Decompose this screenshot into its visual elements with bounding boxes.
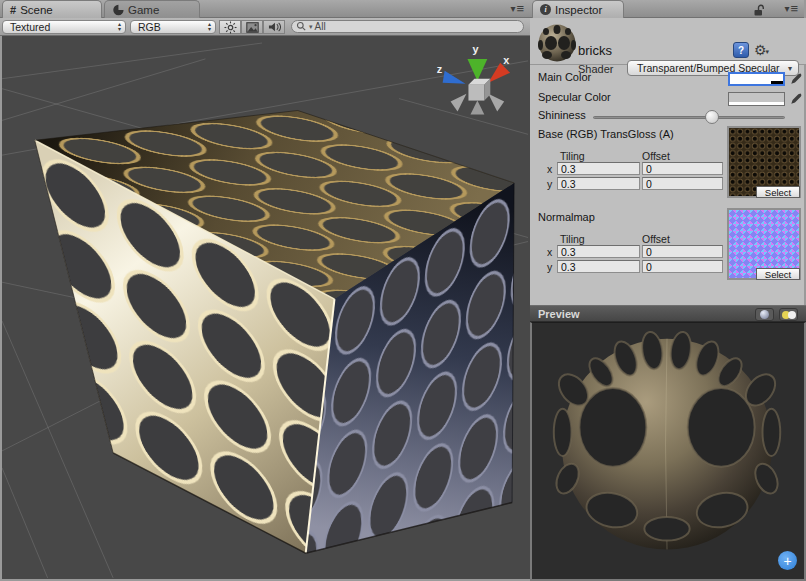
main-color-label: Main Color bbox=[538, 71, 591, 83]
base-offset-y-field[interactable] bbox=[642, 177, 723, 190]
normal-tiling-x-field[interactable] bbox=[557, 245, 640, 258]
light-dot-icon bbox=[788, 311, 796, 319]
scene-toolbar: Textured ▴▾ RGB ▴▾ bbox=[0, 18, 530, 36]
tab-scene[interactable]: # Scene bbox=[2, 0, 102, 18]
game-icon bbox=[112, 4, 124, 16]
gizmo-cube-front[interactable] bbox=[468, 85, 484, 101]
base-offset-header: Offset bbox=[642, 150, 670, 162]
audio-toggle-button[interactable] bbox=[263, 20, 285, 34]
orientation-gizmo[interactable]: y x z bbox=[437, 43, 510, 115]
preview-header[interactable]: Preview bbox=[530, 305, 806, 322]
scene-cube-object[interactable] bbox=[35, 110, 514, 553]
material-name: bricks bbox=[578, 43, 612, 58]
gizmo-y-label: y bbox=[472, 43, 478, 55]
base-tiling-y-field[interactable] bbox=[557, 177, 640, 190]
image-icon bbox=[246, 22, 259, 33]
gizmo-axis-gray-down[interactable] bbox=[470, 101, 484, 115]
preview-sphere-button[interactable] bbox=[755, 308, 774, 321]
base-tiling-x-field[interactable] bbox=[557, 162, 640, 175]
tab-game[interactable]: Game bbox=[104, 0, 200, 18]
help-button[interactable]: ? bbox=[733, 42, 749, 58]
material-preview-thumbnail bbox=[534, 20, 576, 64]
base-y-label: y bbox=[547, 178, 552, 190]
inspector-tabbar: i Inspector ▾≡ bbox=[530, 0, 804, 18]
grid-icon: # bbox=[10, 4, 16, 16]
draw-mode-value: Textured bbox=[10, 21, 50, 33]
gizmo-axis-y[interactable] bbox=[467, 59, 487, 81]
material-preview-area[interactable]: + bbox=[530, 322, 806, 581]
scene-3d-view: y x z bbox=[2, 36, 528, 579]
specular-color-swatch[interactable] bbox=[728, 92, 785, 106]
skybox-toggle-button[interactable] bbox=[241, 20, 263, 34]
gizmo-x-label: x bbox=[503, 54, 509, 66]
base-tiling-header: Tiling bbox=[560, 150, 585, 162]
sphere-icon bbox=[760, 310, 769, 319]
shininess-slider-thumb[interactable] bbox=[705, 110, 719, 124]
color-mode-dropdown[interactable]: RGB ▴▾ bbox=[130, 20, 216, 34]
normal-texture-select-button[interactable]: Select bbox=[756, 268, 800, 280]
search-icon bbox=[296, 21, 307, 32]
main-color-alpha-bar bbox=[730, 81, 783, 84]
gizmo-axis-gray-right[interactable] bbox=[488, 94, 504, 112]
search-filter-arrow-icon: ▾ bbox=[309, 23, 313, 31]
draw-mode-dropdown[interactable]: Textured ▴▾ bbox=[2, 20, 126, 34]
base-map-label: Base (RGB) TransGloss (A) bbox=[538, 128, 674, 140]
lighting-toggle-button[interactable] bbox=[219, 20, 241, 34]
normal-y-label: y bbox=[547, 261, 552, 273]
normal-offset-x-field[interactable] bbox=[642, 245, 723, 258]
unity-editor-window: # Scene Game ▾≡ Textured ▴▾ RGB ▴▾ bbox=[0, 0, 806, 581]
context-gear-button[interactable]: ⚙▾ bbox=[754, 41, 778, 58]
material-header: bricks Shader Transparent/Bumped Specula… bbox=[530, 18, 806, 65]
shininess-slider-track[interactable] bbox=[593, 116, 785, 119]
base-x-label: x bbox=[547, 163, 552, 175]
normal-tiling-header: Tiling bbox=[560, 233, 585, 245]
normal-map-label: Normalmap bbox=[538, 211, 595, 223]
updown-arrows-icon: ▴▾ bbox=[208, 22, 211, 32]
info-icon: i bbox=[540, 4, 551, 15]
add-button[interactable]: + bbox=[778, 551, 797, 570]
scene-tabbar: # Scene Game ▾≡ bbox=[0, 0, 530, 18]
tab-inspector-label: Inspector bbox=[555, 4, 602, 16]
normal-x-label: x bbox=[547, 246, 552, 258]
scene-viewport[interactable]: y x z bbox=[0, 36, 530, 581]
specular-color-label: Specular Color bbox=[538, 91, 611, 103]
scene-search-input[interactable]: ▾ All bbox=[291, 20, 524, 33]
specular-color-alpha-bar bbox=[729, 102, 784, 105]
gizmo-axis-gray-left[interactable] bbox=[451, 94, 467, 112]
scene-panel-menu-icon[interactable]: ▾≡ bbox=[510, 3, 524, 14]
tab-inspector[interactable]: i Inspector bbox=[532, 0, 624, 18]
preview-lighting-button[interactable] bbox=[779, 308, 798, 321]
inspector-panel-menu-icon[interactable]: ▾≡ bbox=[784, 3, 798, 14]
shininess-label: Shininess bbox=[538, 109, 586, 121]
inspector-panel: i Inspector ▾≡ bbox=[530, 0, 806, 581]
main-color-swatch[interactable] bbox=[728, 72, 785, 86]
base-offset-x-field[interactable] bbox=[642, 162, 723, 175]
updown-arrows-icon: ▴▾ bbox=[118, 22, 121, 32]
base-texture-select-button[interactable]: Select bbox=[756, 186, 800, 198]
tab-game-label: Game bbox=[128, 4, 159, 16]
speaker-icon bbox=[268, 21, 281, 33]
normal-offset-y-field[interactable] bbox=[642, 260, 723, 273]
tab-scene-label: Scene bbox=[20, 4, 53, 16]
eyedropper-icon[interactable] bbox=[789, 72, 802, 86]
lock-icon[interactable] bbox=[753, 3, 766, 17]
normal-tiling-y-field[interactable] bbox=[557, 260, 640, 273]
scene-panel: # Scene Game ▾≡ Textured ▴▾ RGB ▴▾ bbox=[0, 0, 530, 581]
search-value: All bbox=[315, 21, 326, 32]
color-mode-value: RGB bbox=[138, 21, 161, 33]
normal-offset-header: Offset bbox=[642, 233, 670, 245]
preview-title: Preview bbox=[538, 308, 580, 320]
gizmo-z-label: z bbox=[437, 63, 443, 75]
sun-icon bbox=[224, 21, 237, 34]
preview-sphere-render bbox=[532, 323, 804, 578]
eyedropper-icon[interactable] bbox=[789, 92, 802, 106]
